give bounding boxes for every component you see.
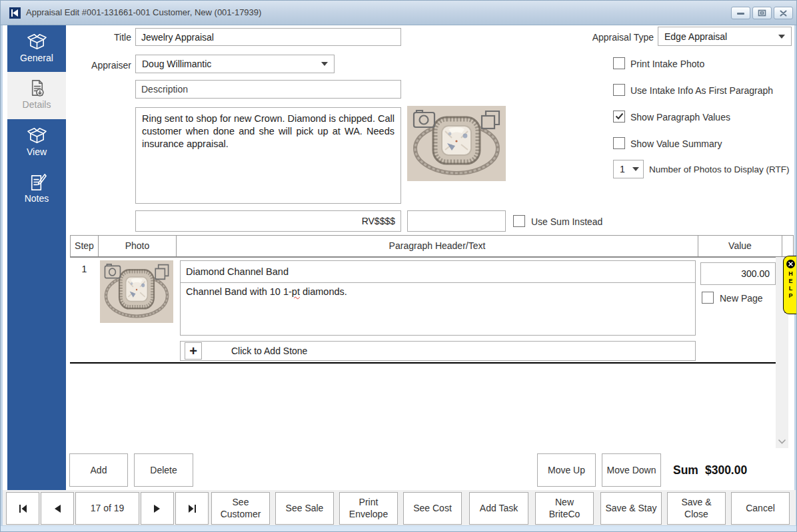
intake-notes-textarea[interactable]: Ring sent to shop for new Crown. Diamond… [135, 107, 401, 204]
new-page-checkbox[interactable] [702, 292, 714, 304]
box-icon [27, 31, 47, 52]
move-down-button[interactable]: Move Down [602, 453, 661, 487]
sidebar-item-label: View [7, 146, 66, 157]
add-button[interactable]: Add [69, 453, 128, 487]
sidebar-item-general[interactable]: General [7, 25, 66, 72]
delete-button[interactable]: Delete [134, 453, 193, 487]
row-photo[interactable] [100, 260, 173, 323]
paragraph-header-input[interactable] [180, 260, 696, 283]
help-tab[interactable]: HELP [783, 256, 797, 314]
use-intake-info-label: Use Intake Info As First Paragraph [630, 85, 773, 96]
nav-last-button[interactable] [175, 492, 209, 525]
appraisal-photo[interactable] [407, 106, 506, 181]
sidebar-item-view[interactable]: View [7, 119, 66, 166]
document-pencil-icon [27, 172, 47, 192]
window-frame-left [1, 25, 3, 525]
bottom-nav-bar: 17 of 19 See Customer See Sale Print Env… [3, 490, 796, 527]
show-paragraph-values-label: Show Paragraph Values [630, 112, 730, 123]
save-and-stay-button[interactable]: Save & Stay [600, 492, 662, 525]
appraiser-select[interactable]: Doug Willimantic [135, 55, 335, 73]
nav-first-button[interactable] [6, 492, 39, 525]
show-value-summary-checkbox[interactable] [613, 137, 625, 149]
sidebar-item-notes[interactable]: Notes [7, 166, 66, 214]
appraisal-type-value: Edge Appraisal [664, 31, 727, 42]
retail-value-input[interactable] [135, 210, 401, 232]
record-position: 17 of 19 [75, 492, 139, 525]
table-header-paragraph: Paragraph Header/Text [176, 235, 698, 257]
sum-total: Sum$300.00 [673, 453, 747, 487]
title-label: Title [66, 32, 131, 43]
nav-previous-button[interactable] [41, 492, 74, 525]
window-frame-bottom [1, 525, 796, 531]
row-step-number: 1 [70, 264, 99, 274]
window-title: Appraisal Edit #001-131661-001 Customer,… [26, 1, 261, 25]
print-intake-photo-checkbox[interactable] [613, 57, 625, 69]
appraisal-type-label: Appraisal Type [567, 32, 654, 43]
row-value-input[interactable] [700, 262, 776, 285]
description-input[interactable] [135, 80, 401, 99]
table-header-step: Step [70, 235, 99, 257]
move-up-button[interactable]: Move Up [537, 453, 596, 487]
add-stone-label: Click to Add Stone [231, 342, 307, 360]
use-sum-instead-label: Use Sum Instead [531, 216, 602, 227]
print-envelope-button[interactable]: Print Envelope [339, 492, 398, 525]
nav-last-icon [187, 504, 197, 513]
chevron-down-icon [321, 62, 328, 66]
title-input[interactable] [135, 28, 401, 46]
paragraph-text: diamonds. [300, 286, 347, 297]
box-icon [27, 125, 47, 146]
app-logo-icon [9, 7, 21, 19]
see-customer-button[interactable]: See Customer [211, 492, 270, 525]
add-task-button[interactable]: Add Task [469, 492, 528, 525]
maximize-button[interactable] [752, 7, 772, 19]
row-separator [70, 362, 779, 364]
print-intake-photo-label: Print Intake Photo [630, 59, 704, 69]
help-label: HELP [788, 270, 794, 300]
table-header-underline [70, 256, 794, 258]
save-and-close-button[interactable]: Save & Close [667, 492, 726, 525]
photos-to-display-select[interactable]: 1 [613, 160, 644, 178]
new-page-label: New Page [720, 293, 763, 304]
use-sum-instead-checkbox[interactable] [513, 215, 525, 227]
sidebar-item-label: General [7, 53, 66, 63]
see-sale-button[interactable]: See Sale [275, 492, 334, 525]
photos-to-display-value: 1 [620, 164, 625, 174]
document-download-icon [27, 78, 47, 99]
paragraph-text: Channel Band with 10 1- [186, 286, 292, 297]
sidebar-item-details[interactable]: Details [7, 72, 66, 119]
paragraph-text-area[interactable]: Channel Band with 10 1-pt diamonds. [180, 282, 696, 336]
sidebar: General Details View Notes [7, 25, 66, 490]
new-briteco-button[interactable]: New BriteCo [535, 492, 594, 525]
table-header-photo: Photo [98, 235, 177, 257]
plus-icon: + [185, 342, 202, 360]
help-close-icon[interactable] [786, 260, 795, 268]
photos-to-display-label: Number of Photos to Display (RTF) [649, 164, 790, 174]
use-intake-info-checkbox[interactable] [613, 84, 625, 96]
sum-label: Sum [673, 463, 698, 477]
show-paragraph-values-checkbox[interactable] [613, 111, 625, 123]
sidebar-item-label: Details [7, 99, 66, 110]
scroll-down-icon[interactable] [778, 439, 786, 444]
close-button[interactable] [774, 7, 793, 19]
add-stone-button[interactable]: + Click to Add Stone [180, 341, 696, 361]
see-cost-button[interactable]: See Cost [403, 492, 462, 525]
table-header-value: Value [698, 235, 782, 257]
nav-previous-icon [53, 504, 61, 513]
chevron-down-icon [778, 35, 785, 39]
appraiser-label: Appraiser [66, 60, 131, 71]
secondary-value-input[interactable] [407, 210, 506, 232]
minimize-button[interactable] [731, 7, 750, 19]
paragraph-text-misspelled: pt [292, 286, 300, 297]
appraiser-value: Doug Willimantic [142, 59, 211, 69]
sum-value: $300.00 [705, 463, 747, 477]
cancel-button[interactable]: Cancel [731, 492, 790, 525]
appraisal-type-select[interactable]: Edge Appraisal [658, 27, 792, 46]
sidebar-item-label: Notes [7, 193, 66, 204]
chevron-down-icon [632, 167, 639, 171]
nav-first-icon [18, 504, 28, 513]
table-header-spacer [782, 235, 794, 257]
nav-next-button[interactable] [141, 492, 174, 525]
title-bar: Appraisal Edit #001-131661-001 Customer,… [1, 1, 797, 25]
nav-next-icon [153, 504, 161, 513]
show-value-summary-label: Show Value Summary [630, 138, 722, 149]
